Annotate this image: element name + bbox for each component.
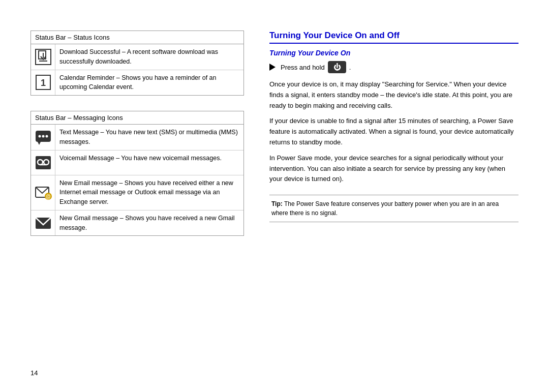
table-row: Download Successful – A recent software … [31, 44, 243, 70]
calendar-icon: 1 [31, 70, 55, 96]
tip-label: Tip: [271, 200, 283, 207]
power-symbol: ⏻ [333, 63, 341, 71]
status-icons-table: Status Bar – Status Icons Download Succe… [30, 31, 244, 96]
svg-point-9 [45, 135, 48, 137]
email-icon: @ [31, 175, 55, 210]
period: . [349, 64, 351, 71]
tip-text: The Power Save feature conserves your ba… [271, 200, 499, 217]
subsection-title: Turning Your Device On [269, 49, 518, 57]
press-hold-label: Press and hold [281, 64, 325, 71]
table1-row1-text: Download Successful – A recent software … [55, 44, 243, 70]
gmail-icon [31, 210, 55, 236]
sms-icon [31, 125, 55, 150]
download-icon [31, 44, 55, 70]
table1-row2-text: Calendar Reminder – Shows you have a rem… [55, 70, 243, 96]
press-hold-line: Press and hold ⏻ . [269, 61, 518, 73]
table2-header: Status Bar – Messaging Icons [31, 111, 243, 125]
table-row: Voicemail Message – You have new voicema… [31, 150, 243, 175]
left-column: Status Bar – Status Icons Download Succe… [30, 31, 244, 372]
play-triangle-icon [269, 64, 276, 71]
svg-point-7 [38, 135, 41, 137]
power-button-icon: ⏻ [328, 61, 346, 73]
page-number: 14 [30, 369, 38, 377]
table-row: 1 Calendar Reminder – Shows you have a r… [31, 70, 243, 96]
svg-text:@: @ [46, 194, 51, 199]
table-row: @ New Email message – Shows you have rec… [31, 175, 243, 210]
voicemail-icon [31, 150, 55, 175]
svg-point-8 [42, 135, 44, 137]
table2-row2-text: Voicemail Message – You have new voicema… [55, 150, 226, 175]
svg-marker-10 [38, 142, 41, 145]
table2-row3-text: New Email message – Shows you have recei… [55, 175, 243, 210]
table1-header: Status Bar – Status Icons [31, 31, 243, 44]
paragraph-1: Once your device is on, it may display "… [269, 79, 518, 111]
svg-text:1: 1 [40, 78, 45, 88]
messaging-icons-table: Status Bar – Messaging Icons Text Messag… [30, 111, 244, 236]
right-column: Turning Your Device On and Off Turning Y… [269, 31, 518, 372]
paragraph-3: In Power Save mode, your device searches… [269, 153, 518, 185]
table-row: Text Message – You have new text (SMS) o… [31, 125, 243, 150]
table-row: New Gmail message – Shows you have recei… [31, 210, 243, 236]
tip-box: Tip: The Power Save feature conserves yo… [269, 195, 518, 222]
paragraph-2: If your device is unable to find a signa… [269, 116, 518, 147]
table2-row4-text: New Gmail message – Shows you have recei… [55, 210, 243, 236]
section-title: Turning Your Device On and Off [269, 31, 518, 44]
table2-row1-text: Text Message – You have new text (SMS) o… [55, 125, 243, 150]
